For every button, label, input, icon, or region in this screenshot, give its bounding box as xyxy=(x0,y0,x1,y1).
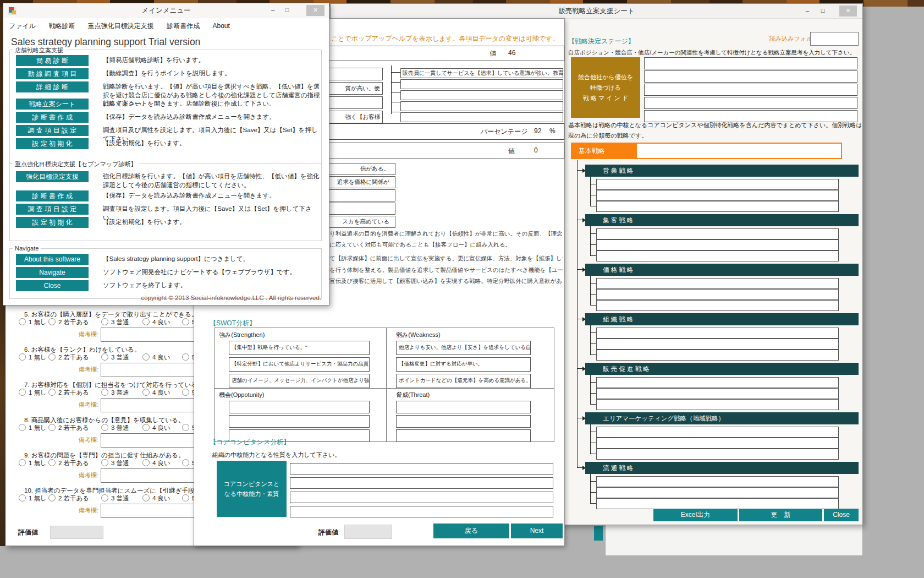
strategy-input-row[interactable] xyxy=(596,487,839,498)
close-icon[interactable]: ✕ xyxy=(839,6,857,17)
radio-option[interactable]: 1 無し xyxy=(19,389,47,397)
radio-option[interactable]: 4 良い xyxy=(142,494,170,503)
radio-icon[interactable] xyxy=(48,389,56,396)
action-button[interactable]: 調 査 項 目 設 定 xyxy=(16,204,89,215)
maximize-icon[interactable]: □ xyxy=(816,6,829,16)
strategy-input-row[interactable] xyxy=(596,328,839,339)
action-button[interactable]: Navigate xyxy=(16,267,89,278)
radio-icon[interactable] xyxy=(142,389,150,396)
strategy-input-row[interactable] xyxy=(596,350,839,361)
radio-icon[interactable] xyxy=(182,389,189,396)
radio-option[interactable]: 2 若干ある xyxy=(48,318,89,326)
stage-input-row[interactable] xyxy=(644,70,857,83)
action-button[interactable]: 診 断 書 作 成 xyxy=(16,112,89,123)
strategy-input-row[interactable] xyxy=(596,377,839,388)
radio-option[interactable]: 4 良い xyxy=(142,318,170,326)
weakness-input[interactable]: 他店よりも安い。他店より【安さ】を追求をしている自信がある。 xyxy=(396,341,531,355)
action-button[interactable]: 調 査 項 目 設 定 xyxy=(16,125,89,136)
radio-option[interactable]: 2 若干ある xyxy=(48,353,89,362)
radio-icon[interactable] xyxy=(48,318,56,325)
strategy-input-row[interactable] xyxy=(596,498,839,509)
opportunity-input[interactable] xyxy=(229,401,370,413)
action-button[interactable]: 簡 易 診 断 xyxy=(16,55,89,66)
strategy-input-row[interactable] xyxy=(596,190,839,201)
radio-icon[interactable] xyxy=(142,353,150,361)
strength-input[interactable]: 【集中型】戦略を行っている。" xyxy=(229,341,370,355)
core-competence-input[interactable] xyxy=(290,463,553,475)
radio-option[interactable]: 2 若干ある xyxy=(48,459,89,467)
strategy-input-row[interactable] xyxy=(596,399,839,410)
menu-item-strategy-diagnosis[interactable]: 戦略診断 xyxy=(43,18,80,31)
opportunity-input[interactable] xyxy=(229,415,370,428)
stage-input-row[interactable] xyxy=(644,110,857,122)
maximize-icon[interactable]: □ xyxy=(280,6,294,15)
radio-icon[interactable] xyxy=(142,318,150,325)
radio-icon[interactable] xyxy=(48,459,56,466)
radio-icon[interactable] xyxy=(19,459,26,466)
radio-icon[interactable] xyxy=(101,353,108,361)
minimize-icon[interactable]: – xyxy=(801,6,814,16)
radio-icon[interactable] xyxy=(182,459,189,466)
radio-option[interactable]: 2 若干ある xyxy=(48,424,89,432)
radio-option[interactable]: 1 無し xyxy=(19,494,47,503)
core-competence-input[interactable] xyxy=(290,506,553,517)
strategy-input-row[interactable] xyxy=(596,438,839,449)
close-icon[interactable]: ✕ xyxy=(306,5,324,16)
strategy-input-row[interactable] xyxy=(596,250,839,261)
radio-icon[interactable] xyxy=(48,424,56,431)
weakness-input[interactable]: 【価格変更】に対する対応が早い。 xyxy=(396,357,531,372)
stage-input-row[interactable] xyxy=(644,97,857,109)
action-button[interactable]: 動 線 調 査 項 目 xyxy=(16,68,89,79)
strategy-input-row[interactable] xyxy=(596,449,839,460)
radio-option[interactable]: 4 良い xyxy=(142,389,170,397)
action-button[interactable]: 戦略立案シート xyxy=(16,99,89,110)
diagnostic-detail-row[interactable]: 販売員に一貫してサービスを【追求】している意識が強い。教育を行 xyxy=(400,68,563,78)
radio-option[interactable]: 3 普通 xyxy=(101,424,129,432)
radio-option[interactable]: 3 普通 xyxy=(101,459,129,467)
action-button[interactable]: 設 定 初 期 化 xyxy=(16,138,89,149)
diagnostic-detail-row[interactable] xyxy=(400,112,563,122)
core-competence-input[interactable] xyxy=(290,477,553,489)
radio-icon[interactable] xyxy=(142,459,150,466)
stage-input-row[interactable] xyxy=(644,57,857,69)
radio-icon[interactable] xyxy=(182,424,189,431)
radio-icon[interactable] xyxy=(48,494,56,501)
menu-item-priority-target[interactable]: 重点強化目標決定支援 xyxy=(82,18,160,31)
radio-option[interactable]: 4 良い xyxy=(142,353,170,362)
strategy-input-row[interactable] xyxy=(596,388,839,399)
diagnostic-detail-row[interactable] xyxy=(400,101,563,111)
radio-option[interactable]: 3 普通 xyxy=(101,318,129,326)
radio-icon[interactable] xyxy=(182,353,189,361)
strategy-input-row[interactable] xyxy=(596,476,839,487)
next-button[interactable]: Next xyxy=(511,524,563,538)
core-competence-input[interactable] xyxy=(290,492,553,503)
strategy-input-row[interactable] xyxy=(596,201,839,212)
strategy-input-row[interactable] xyxy=(596,300,839,311)
diagnostic-detail-row[interactable] xyxy=(400,79,563,89)
strategy-input-row[interactable] xyxy=(596,289,839,300)
radio-option[interactable]: 3 普通 xyxy=(101,494,129,503)
minimize-icon[interactable]: – xyxy=(266,6,279,15)
strength-input[interactable]: 【特定分野】において他店よりサービス力・製品力の品質が高い。便 xyxy=(229,357,370,372)
radio-option[interactable]: 2 若干ある xyxy=(48,494,89,503)
radio-option[interactable]: 1 無し xyxy=(19,353,47,362)
strategy-input-row[interactable] xyxy=(596,278,839,289)
radio-icon[interactable] xyxy=(19,424,26,431)
threat-input[interactable] xyxy=(396,401,531,413)
action-button[interactable]: Close xyxy=(16,280,89,291)
radio-option[interactable]: 2 若干ある xyxy=(48,389,89,397)
strength-input[interactable]: 店舗のイメージ、メッセージ力、インパクトが他店より強く【お客様 xyxy=(229,374,370,388)
strategy-input-row[interactable] xyxy=(596,179,839,190)
strategy-input-row[interactable] xyxy=(596,239,839,250)
weakness-input[interactable]: ポイントカードなどの【還元率】を高める意識がある。ポイントカー xyxy=(396,374,531,388)
strategy-input-row[interactable] xyxy=(596,228,839,239)
radio-option[interactable]: 1 無し xyxy=(19,424,47,432)
menu-item-file[interactable]: ファイル xyxy=(3,18,41,31)
radio-icon[interactable] xyxy=(101,424,108,431)
threat-input[interactable] xyxy=(396,415,531,428)
threat-input[interactable] xyxy=(396,429,531,442)
action-button[interactable]: About this software xyxy=(16,254,89,265)
radio-option[interactable]: 4 良い xyxy=(142,459,170,467)
back-button[interactable]: 戻る xyxy=(433,524,509,538)
strategy-input-row[interactable] xyxy=(596,339,839,350)
